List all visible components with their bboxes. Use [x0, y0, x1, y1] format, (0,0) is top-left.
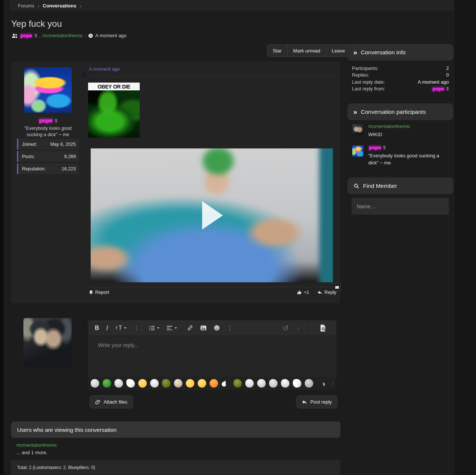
search-icon: [353, 183, 359, 189]
emoji-shrek[interactable]: [162, 379, 171, 388]
emoji-wojak-blank[interactable]: [269, 379, 278, 388]
font-size-button[interactable]: TT: [115, 325, 127, 331]
video-player[interactable]: [91, 148, 333, 282]
dollar-badge-icon: $: [55, 118, 57, 123]
thumbs-up-icon: [297, 290, 302, 295]
author-link[interactable]: pope: [20, 33, 33, 38]
emoji-crying-boomer[interactable]: [174, 379, 182, 388]
insert-link-button[interactable]: [187, 325, 193, 331]
participant-avatar-pope[interactable]: [352, 145, 363, 157]
reply-arrow-icon: [302, 399, 307, 405]
dollar-badge-icon: $: [35, 33, 37, 38]
emoji-blackpill[interactable]: [221, 379, 230, 387]
conversation-page: Forums › Conversations › Yep fuck you po…: [0, 0, 476, 475]
stat-row-posts: Posts: 9,269: [17, 151, 79, 162]
info-value: 0: [446, 72, 449, 78]
emoji-more-button[interactable]: ⋮: [330, 381, 336, 386]
emoji-soldier-wojak[interactable]: [305, 379, 313, 388]
emoji-wojak-calm[interactable]: [91, 379, 99, 388]
participant-link-mcmentalonthemic[interactable]: mcmentalonthemic: [368, 123, 410, 129]
composer-arrow: [81, 323, 85, 330]
find-member-title: Find Member: [363, 183, 397, 189]
paperclip-icon: [95, 399, 101, 405]
emoji-shrek-grin[interactable]: [233, 379, 242, 388]
last-reply-from-link[interactable]: pope: [432, 86, 445, 92]
stat-row-joined: Joined: May 8, 2025: [17, 139, 79, 150]
post-reply-button[interactable]: Post reply: [296, 395, 337, 408]
reply-button[interactable]: Reply: [317, 290, 336, 295]
attach-files-button[interactable]: Attach files: [90, 395, 133, 408]
breadcrumb-conversations[interactable]: Conversations: [43, 3, 76, 9]
mark-unread-button[interactable]: Mark unread: [287, 45, 326, 57]
editor-menu-button[interactable]: ⋮: [296, 325, 301, 331]
undo-button[interactable]: ↺: [282, 324, 289, 333]
member-card-username[interactable]: pope: [38, 117, 53, 123]
post-date-link[interactable]: A moment ago: [89, 66, 120, 72]
message-arrow: [81, 71, 85, 78]
italic-button[interactable]: I: [106, 325, 108, 331]
bold-button[interactable]: B: [95, 325, 99, 331]
emoji-scroll-next-button[interactable]: ›: [323, 379, 325, 387]
preview-document-icon: [319, 324, 326, 332]
viewing-title: Users who are viewing this conversation: [17, 427, 117, 433]
emoji-rofl[interactable]: [185, 379, 195, 388]
meta-dot: ·: [85, 33, 86, 38]
emoji-crying-wojak-hand[interactable]: [245, 379, 254, 388]
stat-value: 9,269: [64, 154, 76, 159]
report-label: Report: [95, 290, 109, 295]
link-icon: [187, 325, 193, 331]
current-user-avatar[interactable]: [23, 318, 72, 368]
chevron-down-icon: [175, 327, 177, 329]
emoji-crying-wojak[interactable]: [114, 379, 123, 388]
emoji-laughing-wojak[interactable]: [150, 379, 159, 388]
info-value: A moment ago: [418, 79, 449, 85]
insert-more-options-button[interactable]: ⋮: [227, 325, 233, 331]
emoji-wojak-pointing-2[interactable]: [293, 379, 301, 388]
play-icon[interactable]: [202, 201, 223, 230]
emoji-pouting-orange[interactable]: [210, 379, 218, 388]
viewing-more-text: ... and 1 more.: [16, 450, 48, 455]
info-row-last-reply-from: Last reply from: pope $: [352, 86, 449, 93]
participant-link-pope[interactable]: pope: [368, 145, 382, 150]
participant-avatar-mcmentalonthemic[interactable]: [352, 124, 363, 135]
star-button[interactable]: Star: [267, 45, 287, 57]
thread-timestamp: A moment ago: [95, 33, 126, 38]
emoji-crying-wojak-2[interactable]: [257, 379, 266, 388]
leave-button[interactable]: Leave: [326, 45, 350, 57]
member-card-quote: "Everybody looks good sucking a dick" ~ …: [16, 125, 80, 138]
post-image-attachment[interactable]: OBEY OR DIE: [88, 83, 140, 138]
participant-sub-text: "Everybody looks good sucking a dick" ~ …: [368, 152, 444, 166]
double-chevron-icon: »: [353, 49, 357, 56]
stat-label: Joined:: [22, 142, 37, 147]
text-more-options-button[interactable]: ⋮: [133, 325, 139, 331]
author-avatar[interactable]: [24, 67, 72, 113]
emoji-wojak-pointing[interactable]: [126, 379, 135, 388]
editor-toolbar: B I TT ⋮: [88, 320, 336, 336]
info-row-participants: Participants: 2: [352, 65, 449, 72]
co-author-link[interactable]: mcmentalonthemic: [42, 33, 83, 38]
info-row-last-reply-date: Last reply date: A moment ago: [352, 78, 449, 86]
emoji-drooling-smiley[interactable]: [138, 379, 147, 388]
insert-image-button[interactable]: [200, 325, 207, 331]
emoji-wojak-glasses[interactable]: [281, 379, 289, 388]
find-member-input[interactable]: [352, 198, 449, 215]
emoji-joy[interactable]: [198, 379, 206, 388]
find-member-header: Find Member: [347, 177, 453, 194]
participant-name-pope: pope $: [368, 145, 386, 150]
list-icon: [149, 325, 155, 331]
breadcrumb-forums[interactable]: Forums: [18, 3, 34, 9]
info-row-replies: Replies: 0: [352, 72, 449, 79]
image-icon: [200, 325, 207, 331]
align-icon: [166, 325, 172, 331]
viewing-user-link[interactable]: mcmentalonthemic: [16, 442, 57, 448]
list-button[interactable]: [149, 325, 159, 331]
like-count[interactable]: +1: [297, 290, 309, 295]
reply-textarea[interactable]: Write your reply...: [88, 336, 336, 377]
report-button[interactable]: Report: [89, 290, 109, 295]
insert-emoji-button[interactable]: [214, 325, 220, 331]
preview-button[interactable]: [308, 320, 336, 336]
emoji-pepe-laughing[interactable]: [103, 379, 111, 388]
participants-header: » Conversation participants: [347, 103, 453, 120]
align-button[interactable]: [166, 325, 177, 331]
like-count-label: +1: [304, 290, 309, 295]
